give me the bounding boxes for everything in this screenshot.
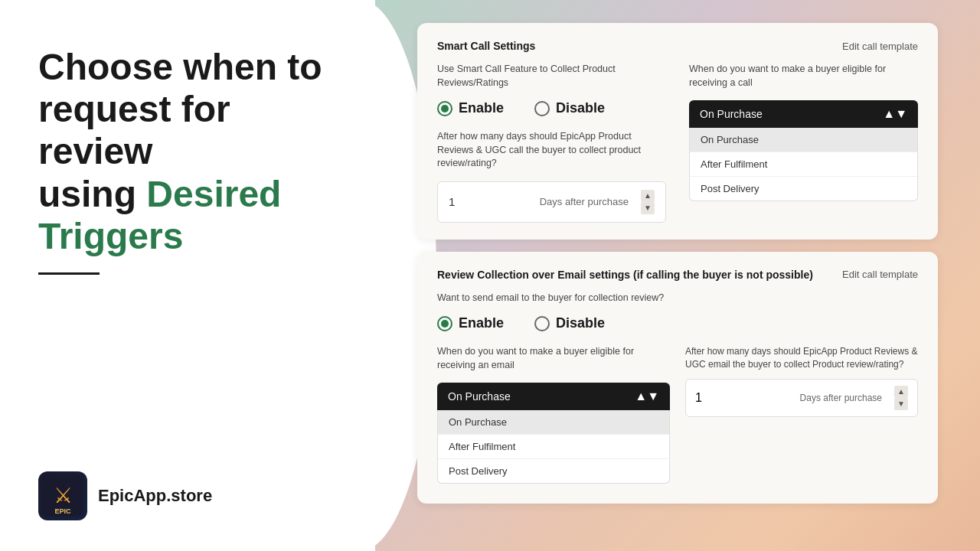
card2-days-question: After how many days should EpicApp Produ… bbox=[685, 345, 918, 371]
card2-dropdown-menu: On Purchase After Fulfilment Post Delive… bbox=[437, 410, 670, 484]
card1-days-value: 1 bbox=[449, 195, 455, 208]
card1-enable-option[interactable]: Enable bbox=[437, 100, 504, 116]
card2-enable-radio[interactable] bbox=[437, 316, 452, 331]
card1-spinner[interactable]: ▲ ▼ bbox=[641, 190, 655, 214]
main-heading: Choose when torequest for reviewusing De… bbox=[38, 46, 337, 257]
card2-spinner-up[interactable]: ▲ bbox=[894, 386, 908, 398]
card1-dropdown-arrow: ▲▼ bbox=[883, 108, 907, 120]
card2-dropdown-selected[interactable]: On Purchase ▲▼ bbox=[437, 383, 670, 410]
card2-enable-label: Enable bbox=[459, 315, 504, 331]
heading-divider bbox=[38, 272, 100, 275]
card2-spinner[interactable]: ▲ ▼ bbox=[894, 386, 908, 410]
card2-dropdown-arrow: ▲▼ bbox=[635, 390, 659, 403]
card2-title: Review Collection over Email settings (i… bbox=[437, 269, 813, 281]
card1-days-label: Days after purchase bbox=[540, 196, 629, 207]
card1-selected-option: On Purchase bbox=[700, 108, 763, 120]
card1-disable-option[interactable]: Disable bbox=[534, 100, 605, 116]
card2-spinner-down[interactable]: ▼ bbox=[894, 398, 908, 410]
smart-call-settings-card: Smart Call Settings Edit call template U… bbox=[417, 23, 938, 240]
card1-option-1[interactable]: On Purchase bbox=[690, 128, 917, 152]
card2-dropdown[interactable]: On Purchase ▲▼ On Purchase After Fulfilm… bbox=[437, 383, 670, 484]
card2-disable-option[interactable]: Disable bbox=[534, 315, 605, 331]
right-panel: Smart Call Settings Edit call template U… bbox=[375, 0, 980, 551]
card1-description: Use Smart Call Feature to Collect Produc… bbox=[437, 63, 666, 90]
card2-disable-label: Disable bbox=[556, 315, 605, 331]
card2-days-value: 1 bbox=[695, 391, 702, 405]
card1-disable-label: Disable bbox=[556, 100, 605, 116]
card2-days-suffix: Days after purchase bbox=[800, 393, 882, 403]
highlight-text: DesiredTriggers bbox=[38, 174, 281, 256]
card1-enable-label: Enable bbox=[459, 100, 504, 116]
card1-days-input-wrapper: 1 Days after purchase ▲ ▼ bbox=[437, 181, 666, 223]
card2-col-right: After how many days should EpicApp Produ… bbox=[685, 345, 918, 417]
card1-option-2[interactable]: After Fulfilment bbox=[690, 152, 917, 177]
card2-edit-link[interactable]: Edit call template bbox=[842, 269, 918, 280]
card2-header: Review Collection over Email settings (i… bbox=[437, 269, 918, 281]
brand-name: EpicApp.store bbox=[98, 486, 212, 506]
card1-days-question: After how many days should EpicApp Produ… bbox=[437, 130, 666, 171]
card1-spinner-down[interactable]: ▼ bbox=[641, 202, 655, 214]
card2-option-3[interactable]: Post Delivery bbox=[438, 459, 669, 483]
left-panel: Choose when torequest for reviewusing De… bbox=[0, 0, 375, 551]
card1-enable-radio[interactable] bbox=[437, 101, 452, 116]
card2-enable-option[interactable]: Enable bbox=[437, 315, 504, 331]
brand-section: ⚔ EPIC EpicApp.store bbox=[38, 471, 337, 520]
card2-option-2[interactable]: After Fulfilment bbox=[438, 435, 669, 459]
card2-radio-group: Enable Disable bbox=[437, 315, 918, 331]
card1-disable-radio[interactable] bbox=[534, 101, 550, 116]
card1-edit-link[interactable]: Edit call template bbox=[842, 41, 918, 52]
email-settings-card: Review Collection over Email settings (i… bbox=[417, 252, 938, 504]
card1-header: Smart Call Settings Edit call template bbox=[437, 40, 918, 52]
card2-disable-radio[interactable] bbox=[534, 316, 550, 331]
card1-dropdown-menu: On Purchase After Fulfilment Post Delive… bbox=[689, 128, 918, 201]
card2-want-email: Want to send email to the buyer for coll… bbox=[437, 292, 918, 305]
left-content: Choose when torequest for reviewusing De… bbox=[38, 46, 337, 275]
card2-when-label: When do you want to make a buyer eligibl… bbox=[437, 345, 670, 372]
card2-bottom-section: When do you want to make a buyer eligibl… bbox=[437, 345, 918, 487]
svg-text:⚔: ⚔ bbox=[54, 484, 73, 507]
card1-option-3[interactable]: Post Delivery bbox=[690, 177, 917, 201]
card2-col-left: When do you want to make a buyer eligibl… bbox=[437, 345, 670, 487]
card1-spinner-up[interactable]: ▲ bbox=[641, 190, 655, 202]
card2-option-1[interactable]: On Purchase bbox=[438, 410, 669, 435]
card1-radio-group: Enable Disable bbox=[437, 100, 666, 116]
card2-selected-option: On Purchase bbox=[448, 390, 511, 403]
brand-logo: ⚔ EPIC bbox=[38, 471, 87, 520]
card1-dropdown-selected[interactable]: On Purchase ▲▼ bbox=[689, 100, 918, 128]
card1-dropdown[interactable]: On Purchase ▲▼ On Purchase After Fulfilm… bbox=[689, 100, 918, 201]
card1-when-label: When do you want to make a buyer eligibl… bbox=[689, 63, 918, 90]
card1-title: Smart Call Settings bbox=[437, 40, 535, 52]
card2-days-input: 1 Days after purchase ▲ ▼ bbox=[685, 379, 918, 417]
svg-text:EPIC: EPIC bbox=[54, 507, 71, 515]
